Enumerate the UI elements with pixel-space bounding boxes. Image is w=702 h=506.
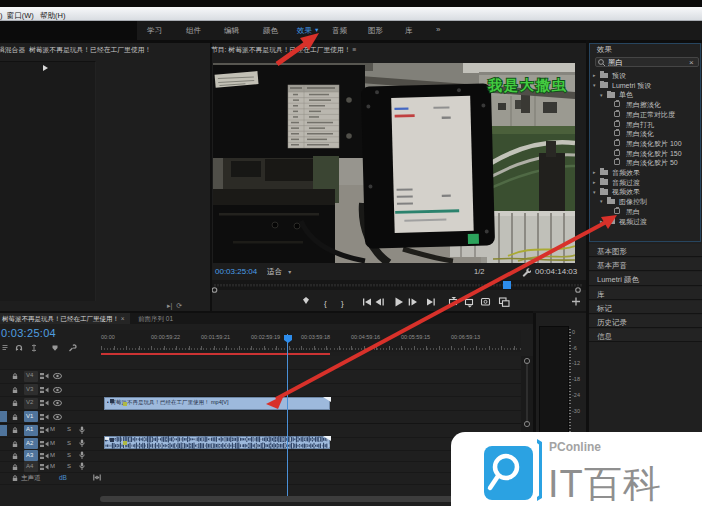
svg-text:PConline: PConline — [549, 440, 601, 454]
svg-text:IT百科: IT百科 — [548, 463, 662, 505]
